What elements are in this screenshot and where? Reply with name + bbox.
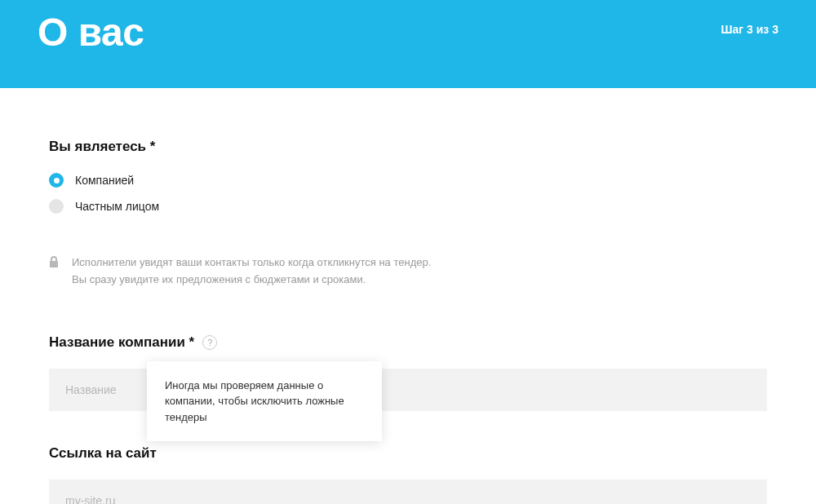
radio-individual[interactable]: Частным лицом: [49, 199, 767, 214]
privacy-notice: Исполнители увидят ваши контакты только …: [49, 254, 767, 289]
radio-company-label: Компанией: [75, 174, 134, 187]
lock-icon: [49, 256, 59, 271]
help-icon[interactable]: ?: [202, 335, 217, 350]
radio-company[interactable]: Компанией: [49, 173, 767, 188]
website-input[interactable]: [49, 480, 767, 504]
website-input-wrap: [49, 480, 767, 504]
page-title: О вас: [38, 10, 144, 55]
privacy-line1: Исполнители увидят ваши контакты только …: [72, 256, 431, 268]
privacy-line2: Вы сразу увидите их предложения с бюджет…: [72, 273, 366, 285]
privacy-text: Исполнители увидят ваши контакты только …: [72, 254, 431, 289]
company-name-input-wrap: Иногда мы проверяем данные о компании, ч…: [49, 369, 767, 411]
radio-dot-icon: [49, 199, 64, 214]
form-content: Вы являетесь * Компанией Частным лицом И…: [0, 88, 816, 504]
radio-dot-icon: [49, 173, 64, 188]
company-name-label: Название компании *: [49, 334, 194, 351]
radio-individual-label: Частным лицом: [75, 200, 159, 213]
step-indicator: Шаг 3 из 3: [721, 23, 779, 36]
company-name-label-row: Название компании * ?: [49, 334, 767, 351]
company-name-tooltip: Иногда мы проверяем данные о компании, ч…: [147, 361, 382, 442]
entity-type-radio-group: Компанией Частным лицом: [49, 173, 767, 214]
website-label: Ссылка на сайт: [49, 445, 767, 462]
page-header: О вас Шаг 3 из 3: [0, 0, 816, 88]
entity-type-label: Вы являетесь *: [49, 139, 767, 155]
